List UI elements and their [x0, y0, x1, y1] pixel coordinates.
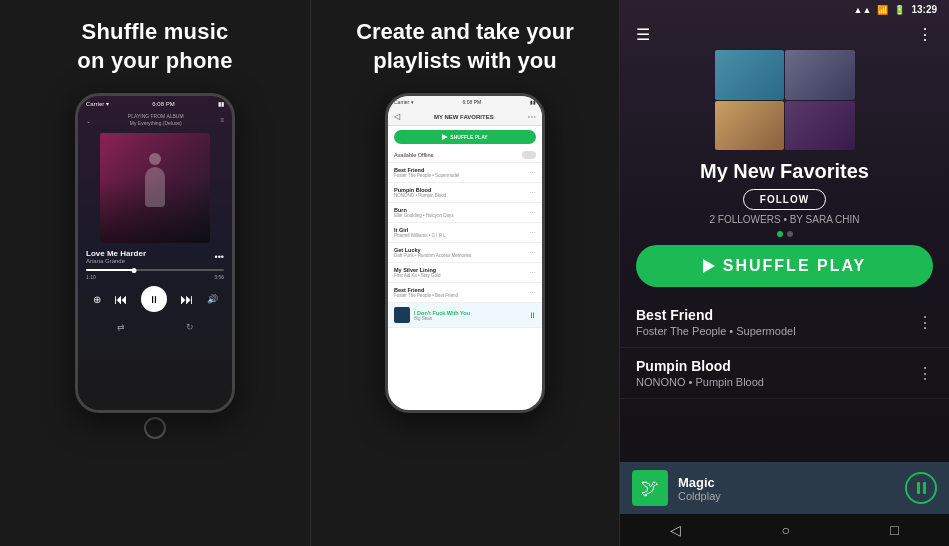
next-button[interactable]: ⏭	[180, 291, 194, 307]
track-row-2: Pumpin Blood NONONO • Pumpin Blood ⋮	[620, 348, 949, 399]
active-dot	[777, 231, 783, 237]
collage-cell-1	[715, 50, 785, 100]
more-options-icon[interactable]: •••	[215, 252, 224, 262]
followers-text: 2 FOLLOWERS • BY SARA CHIN	[636, 214, 933, 225]
track-more-icon[interactable]: ···	[529, 248, 536, 257]
silhouette-icon	[135, 153, 175, 223]
left-headline: Shuffle music on your phone	[77, 18, 232, 75]
list-item: Pumpin Blood NONONO • Pumpin Blood ···	[388, 183, 542, 203]
more-menu-icon[interactable]: •••	[528, 112, 536, 121]
track-more-icon[interactable]: ···	[529, 228, 536, 237]
list-item-playing: I Don't Fuck With You Big Sean ⏸	[388, 303, 542, 328]
phone-status-bar: Carrier ▾ 6:08 PM ▮▮	[78, 96, 232, 111]
phone-center-mockup: Carrier ▾ 6:08 PM ▮▮ ◁ MY NEW FAVORITES …	[385, 93, 545, 413]
right-panel: ▲▲ 📶 🔋 13:29 ☰ ⋮ My New Favorites FOLLOW…	[620, 0, 949, 546]
battery-icon: 🔋	[894, 5, 905, 15]
bird-logo-icon: 🕊	[632, 470, 668, 506]
bottom-icons: ⇄ ↻	[78, 318, 232, 336]
active-song-info: Magic Coldplay	[678, 475, 905, 502]
offline-toggle[interactable]	[522, 151, 536, 159]
pause-mini-icon[interactable]: ⏸	[528, 311, 536, 320]
android-status-bar: ▲▲ 📶 🔋 13:29	[620, 0, 949, 19]
wifi-icon: ▲▲	[854, 5, 872, 15]
signal-icon: 📶	[877, 5, 888, 15]
play-icon	[703, 259, 715, 273]
list-item: My Silver Lining First Aid Kit • Stay Go…	[388, 263, 542, 283]
progress-fill	[86, 269, 134, 271]
track-more-icon[interactable]: ···	[529, 268, 536, 277]
list-item: Best Friend Foster The People • Supermod…	[388, 163, 542, 183]
phone-mini-header: ⌄ PLAYING FROM ALBUM My Everything (Delu…	[78, 111, 232, 129]
center-status-bar: Carrier ▾ 6:08 PM ▮▮	[388, 96, 542, 108]
song-info-left: Love Me Harder Ariana Grande •••	[78, 247, 232, 266]
progress-bar[interactable]	[86, 269, 224, 271]
collage-cell-3	[715, 101, 785, 151]
progress-dot	[132, 268, 137, 273]
track-more-icon[interactable]: ···	[529, 188, 536, 197]
phone-home-button-left	[144, 417, 166, 439]
now-playing-bar: 🕊 Magic Coldplay	[620, 462, 949, 514]
android-nav-bar: ◁ ○ □	[620, 514, 949, 546]
inactive-dot	[787, 231, 793, 237]
follow-button[interactable]: FOLLOW	[743, 189, 826, 210]
playlist-name: My New Favorites	[636, 160, 933, 183]
back-nav-button[interactable]: ◁	[662, 520, 689, 540]
prev-button[interactable]: ⏮	[114, 291, 128, 307]
overflow-menu-icon[interactable]: ⋮	[917, 25, 933, 44]
page-indicator	[620, 231, 949, 237]
album-art-left	[100, 133, 210, 243]
track-more-icon[interactable]: ···	[529, 168, 536, 177]
center-header: ◁ MY NEW FAVORITES •••	[388, 108, 542, 126]
track-row-1: Best Friend Foster The People • Supermod…	[620, 297, 949, 348]
right-track-list: Best Friend Foster The People • Supermod…	[620, 297, 949, 462]
playback-controls: ⊕ ⏮ ⏸ ⏭ 🔊	[78, 280, 232, 318]
repeat-icon[interactable]: ↻	[186, 322, 194, 332]
track-menu-icon-1[interactable]: ⋮	[917, 313, 933, 332]
volume-button[interactable]: 🔊	[207, 294, 218, 304]
left-panel: Shuffle music on your phone Carrier ▾ 6:…	[0, 0, 310, 546]
track-more-icon[interactable]: ···	[529, 208, 536, 217]
pause-button[interactable]: ⏸	[141, 286, 167, 312]
home-nav-button[interactable]: ○	[774, 520, 798, 540]
shuffle-play-button[interactable]: SHUFFLE PLAY	[636, 245, 933, 287]
playlist-title-area: My New Favorites FOLLOW 2 FOLLOWERS • BY…	[620, 160, 949, 231]
collage-cell-2	[785, 50, 855, 100]
list-item: It Girl Pharrell Williams • G I R L ···	[388, 223, 542, 243]
track-menu-icon-2[interactable]: ⋮	[917, 364, 933, 383]
main-container: Shuffle music on your phone Carrier ▾ 6:…	[0, 0, 949, 546]
collage-cell-4	[785, 101, 855, 151]
center-track-list: Best Friend Foster The People • Supermod…	[388, 163, 542, 328]
list-item: Get Lucky Daft Punk • Random Access Memo…	[388, 243, 542, 263]
offline-row: Available Offline	[388, 148, 542, 163]
phone-left-mockup: Carrier ▾ 6:08 PM ▮▮ ⌄ PLAYING FROM ALBU…	[75, 93, 235, 413]
right-panel-header: ☰ ⋮	[620, 19, 949, 50]
now-playing-pause-button[interactable]	[905, 472, 937, 504]
shuffle-icon[interactable]: ⇄	[117, 322, 125, 332]
center-headline: Create and take your playlists with you	[356, 18, 574, 75]
center-shuffle-btn[interactable]: ▶ SHUFFLE PLAY	[394, 130, 536, 144]
track-more-icon[interactable]: ···	[529, 288, 536, 297]
add-button[interactable]: ⊕	[93, 294, 101, 305]
center-panel: Create and take your playlists with you …	[310, 0, 620, 546]
hamburger-menu-icon[interactable]: ☰	[636, 25, 650, 44]
list-item: Best Friend Foster The People • Best Fri…	[388, 283, 542, 303]
album-collage	[715, 50, 855, 150]
recent-apps-button[interactable]: □	[882, 520, 906, 540]
list-item: Burn Ellie Goulding • Halcyon Days ···	[388, 203, 542, 223]
